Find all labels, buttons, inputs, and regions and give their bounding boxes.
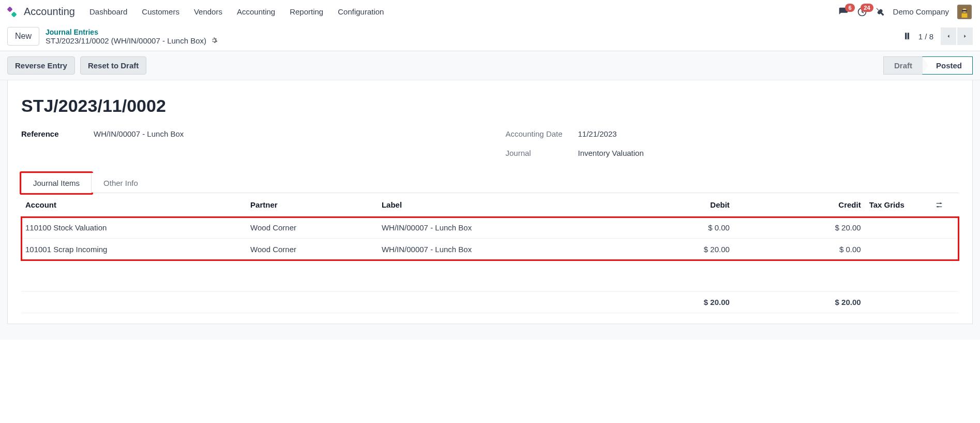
tab-other-info[interactable]: Other Info bbox=[92, 173, 150, 193]
status-steps: Draft Posted bbox=[883, 56, 973, 75]
messages-badge: 6 bbox=[845, 4, 854, 12]
messages-icon[interactable]: 6 bbox=[838, 7, 849, 17]
breadcrumb-current-text: STJ/2023/11/0002 (WH/IN/00007 - Lunch Bo… bbox=[46, 36, 206, 45]
reference-value[interactable]: WH/IN/00007 - Lunch Box bbox=[94, 129, 184, 138]
cell-account[interactable]: 101001 Scrap Incoming bbox=[21, 239, 246, 260]
svg-point-8 bbox=[937, 206, 939, 208]
nav-configuration[interactable]: Configuration bbox=[338, 7, 384, 16]
app-logo-icon[interactable] bbox=[6, 6, 19, 18]
cell-tax-grids[interactable] bbox=[865, 217, 931, 239]
cell-debit[interactable]: $ 0.00 bbox=[621, 217, 734, 239]
tab-journal-items[interactable]: Journal Items bbox=[21, 173, 92, 193]
breadcrumb-parent[interactable]: Journal Entries bbox=[46, 28, 218, 36]
top-navbar: Accounting Dashboard Customers Vendors A… bbox=[0, 0, 980, 24]
nav-menu: Dashboard Customers Vendors Accounting R… bbox=[89, 7, 384, 16]
gear-icon[interactable] bbox=[210, 37, 218, 44]
cell-account[interactable]: 110100 Stock Valuation bbox=[21, 217, 246, 239]
col-partner[interactable]: Partner bbox=[246, 193, 378, 217]
col-account[interactable]: Account bbox=[21, 193, 246, 217]
journal-label: Journal bbox=[506, 149, 578, 157]
cell-label[interactable]: WH/IN/00007 - Lunch Box bbox=[378, 217, 621, 239]
svg-rect-0 bbox=[7, 6, 12, 12]
breadcrumb-current: STJ/2023/11/0002 (WH/IN/00007 - Lunch Bo… bbox=[46, 36, 218, 45]
form-sheet: STJ/2023/11/0002 Reference WH/IN/00007 -… bbox=[7, 80, 973, 324]
table-settings-icon[interactable] bbox=[931, 193, 959, 217]
svg-rect-1 bbox=[11, 11, 17, 17]
tools-icon[interactable] bbox=[876, 7, 885, 17]
user-avatar[interactable] bbox=[957, 5, 972, 19]
journal-value[interactable]: Inventory Valuation bbox=[578, 149, 644, 157]
tabs: Journal Items Other Info bbox=[21, 173, 959, 193]
totals-row: $ 20.00 $ 20.00 bbox=[21, 291, 959, 313]
accounting-date-label: Accounting Date bbox=[506, 129, 578, 138]
total-debit: $ 20.00 bbox=[621, 291, 734, 313]
cell-tax-grids[interactable] bbox=[865, 239, 931, 260]
nav-vendors[interactable]: Vendors bbox=[194, 7, 222, 16]
nav-customers[interactable]: Customers bbox=[142, 7, 179, 16]
control-row: New Journal Entries STJ/2023/11/0002 (WH… bbox=[0, 24, 980, 51]
activities-icon[interactable]: 24 bbox=[857, 7, 867, 17]
cell-credit[interactable]: $ 20.00 bbox=[734, 217, 865, 239]
pager-next-button[interactable] bbox=[957, 27, 973, 45]
cell-credit[interactable]: $ 0.00 bbox=[734, 239, 865, 260]
table-row[interactable]: 110100 Stock Valuation Wood Corner WH/IN… bbox=[21, 217, 959, 239]
table-row[interactable]: 101001 Scrap Incoming Wood Corner WH/IN/… bbox=[21, 239, 959, 260]
cell-label[interactable]: WH/IN/00007 - Lunch Box bbox=[378, 239, 621, 260]
accounting-date-value[interactable]: 11/21/2023 bbox=[578, 129, 617, 138]
bookmark-icon[interactable] bbox=[903, 31, 911, 41]
col-tax-grids[interactable]: Tax Grids bbox=[865, 193, 931, 217]
pager-text[interactable]: 1 / 8 bbox=[918, 32, 933, 41]
pager-prev-button[interactable] bbox=[941, 27, 956, 45]
total-credit: $ 20.00 bbox=[734, 291, 865, 313]
svg-rect-6 bbox=[962, 13, 968, 17]
svg-point-7 bbox=[940, 202, 941, 204]
reference-label: Reference bbox=[21, 129, 94, 138]
col-label[interactable]: Label bbox=[378, 193, 621, 217]
reverse-entry-button[interactable]: Reverse Entry bbox=[7, 56, 75, 75]
cell-partner[interactable]: Wood Corner bbox=[246, 217, 378, 239]
journal-items-table: Account Partner Label Debit Credit Tax G… bbox=[21, 193, 959, 313]
company-name[interactable]: Demo Company bbox=[893, 7, 949, 16]
app-name[interactable]: Accounting bbox=[24, 6, 75, 18]
activities-badge: 24 bbox=[861, 4, 873, 12]
reset-to-draft-button[interactable]: Reset to Draft bbox=[80, 56, 146, 75]
col-debit[interactable]: Debit bbox=[621, 193, 734, 217]
status-posted[interactable]: Posted bbox=[922, 56, 973, 75]
new-button[interactable]: New bbox=[7, 27, 39, 46]
record-title: STJ/2023/11/0002 bbox=[21, 96, 959, 116]
nav-reporting[interactable]: Reporting bbox=[290, 7, 323, 16]
cell-debit[interactable]: $ 20.00 bbox=[621, 239, 734, 260]
nav-accounting[interactable]: Accounting bbox=[237, 7, 275, 16]
svg-rect-5 bbox=[962, 10, 967, 11]
status-draft[interactable]: Draft bbox=[883, 56, 923, 75]
nav-dashboard[interactable]: Dashboard bbox=[89, 7, 127, 16]
cell-partner[interactable]: Wood Corner bbox=[246, 239, 378, 260]
col-credit[interactable]: Credit bbox=[734, 193, 865, 217]
status-bar: Reverse Entry Reset to Draft Draft Poste… bbox=[0, 51, 980, 80]
